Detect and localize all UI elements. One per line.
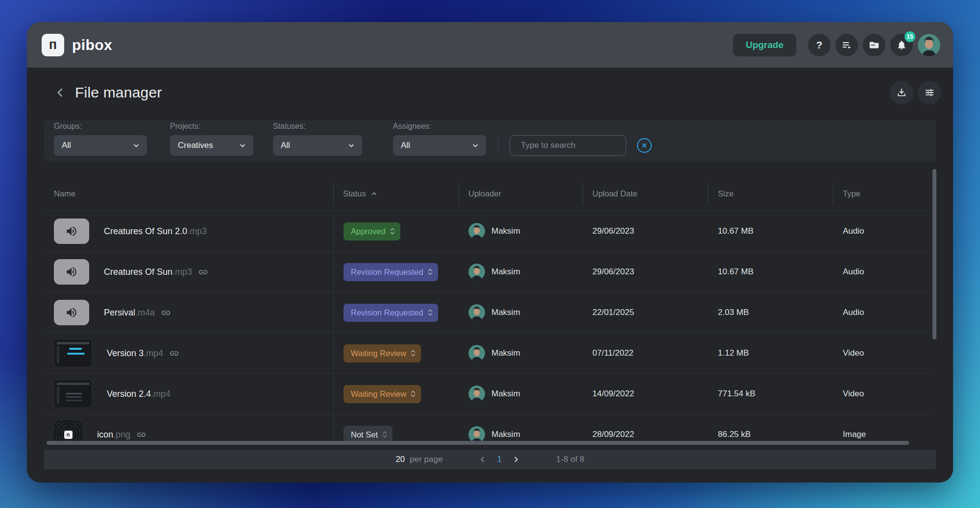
uploader-cell: Maksim bbox=[459, 374, 583, 414]
assignees-select[interactable]: All bbox=[393, 135, 486, 156]
view-settings-button[interactable] bbox=[918, 81, 941, 104]
file-name[interactable]: Version 2.4 bbox=[107, 389, 151, 399]
status-badge[interactable]: Revision Requested bbox=[343, 304, 438, 322]
file-name[interactable]: Creatures Of Sun bbox=[104, 267, 172, 277]
audio-thumbnail[interactable] bbox=[54, 259, 89, 285]
column-header-type[interactable]: Type bbox=[833, 176, 933, 211]
help-button[interactable]: ? bbox=[808, 34, 831, 56]
video-thumbnail[interactable] bbox=[54, 339, 92, 367]
file-size: 10.67 MB bbox=[708, 211, 833, 251]
topbar-actions: Upgrade ? 15 bbox=[733, 34, 940, 56]
back-button[interactable] bbox=[51, 84, 69, 101]
status-updown-icon bbox=[429, 310, 432, 315]
table-row[interactable]: Persival.m4a Revision Requested Maksim 2… bbox=[44, 292, 933, 333]
video-thumbnail[interactable] bbox=[54, 380, 92, 408]
status-updown-icon bbox=[412, 351, 415, 356]
status-updown-icon bbox=[383, 432, 386, 437]
content-area: File manager Groups: bbox=[27, 68, 953, 483]
status-badge[interactable]: Approved bbox=[343, 222, 400, 241]
file-type: Audio bbox=[833, 211, 933, 251]
column-divider bbox=[459, 183, 459, 204]
uploader-name: Maksim bbox=[491, 226, 520, 236]
sort-ascending-icon bbox=[371, 191, 377, 197]
file-name[interactable]: Version 3 bbox=[107, 348, 144, 359]
user-avatar[interactable] bbox=[918, 34, 940, 56]
groups-select[interactable]: All bbox=[54, 135, 147, 156]
column-header-size[interactable]: Size bbox=[708, 176, 833, 211]
filter-divider bbox=[498, 135, 499, 156]
uploader-avatar bbox=[468, 264, 485, 280]
file-name-cell: Creatures Of Sun 2.0.mp3 bbox=[54, 211, 333, 251]
file-name[interactable]: icon bbox=[97, 430, 113, 440]
mini-logo-icon: п bbox=[64, 431, 73, 439]
file-name-cell: Version 2.4.mp4 bbox=[54, 374, 333, 414]
download-button[interactable] bbox=[890, 81, 913, 104]
column-header-upload-date[interactable]: Upload Date bbox=[583, 176, 708, 211]
filter-group-groups: Groups: All bbox=[54, 122, 147, 156]
link-icon[interactable] bbox=[161, 308, 171, 318]
image-thumbnail[interactable]: п bbox=[54, 420, 82, 442]
status-badge[interactable]: Waiting Review bbox=[343, 385, 421, 403]
file-name[interactable]: Creatures Of Sun 2.0 bbox=[104, 226, 187, 237]
speaker-icon bbox=[65, 306, 78, 319]
column-header-uploader[interactable]: Uploader bbox=[459, 176, 583, 211]
column-divider bbox=[583, 183, 583, 204]
file-type: Video bbox=[833, 374, 933, 414]
per-page-select[interactable]: 20 bbox=[395, 455, 405, 464]
search-input[interactable] bbox=[521, 141, 629, 150]
table-row[interactable]: Creatures Of Sun 2.0.mp3 Approved Maksim… bbox=[44, 211, 933, 251]
status-badge[interactable]: Revision Requested bbox=[343, 263, 438, 281]
status-badge[interactable]: Not Set bbox=[343, 426, 392, 443]
file-extension: .m4a bbox=[135, 308, 155, 318]
upload-date: 14/09/2022 bbox=[583, 374, 708, 414]
current-page[interactable]: 1 bbox=[497, 455, 501, 464]
chevron-left-icon bbox=[479, 456, 487, 463]
prev-page-button[interactable] bbox=[479, 456, 487, 463]
audio-thumbnail[interactable] bbox=[54, 300, 89, 325]
vertical-scrollbar[interactable] bbox=[932, 169, 936, 339]
column-header-status[interactable]: Status bbox=[333, 176, 459, 211]
column-divider bbox=[833, 183, 833, 204]
link-icon[interactable] bbox=[198, 267, 208, 277]
clear-filters-button[interactable]: ✕ bbox=[637, 138, 652, 153]
file-type: Video bbox=[833, 333, 933, 373]
status-badge[interactable]: Waiting Review bbox=[343, 344, 421, 363]
assignees-value: All bbox=[401, 141, 410, 150]
page-title: File manager bbox=[75, 84, 162, 101]
folder-icon bbox=[869, 40, 880, 50]
column-divider bbox=[333, 183, 334, 204]
groups-label: Groups: bbox=[54, 122, 147, 131]
table-row[interactable]: п icon.png Not Set Maksim 28/09/2022 86.… bbox=[44, 414, 933, 442]
upload-date: 22/01/2025 bbox=[583, 292, 708, 333]
table-row[interactable]: Creatures Of Sun.mp3 Revision Requested … bbox=[44, 251, 933, 292]
horizontal-scrollbar[interactable] bbox=[47, 441, 909, 445]
link-icon[interactable] bbox=[136, 430, 147, 440]
upgrade-button[interactable]: Upgrade bbox=[733, 34, 796, 56]
audio-thumbnail[interactable] bbox=[54, 218, 89, 244]
file-size: 1.12 MB bbox=[708, 333, 833, 373]
sliders-icon bbox=[924, 87, 935, 98]
groups-value: All bbox=[62, 141, 71, 150]
status-updown-icon bbox=[429, 269, 432, 274]
table-body: Creatures Of Sun 2.0.mp3 Approved Maksim… bbox=[44, 211, 933, 442]
upload-date: 29/06/2023 bbox=[583, 211, 708, 251]
table-row[interactable]: Version 3.mp4 Waiting Review Maksim 07/1… bbox=[44, 333, 933, 373]
statuses-select[interactable]: All bbox=[273, 135, 362, 156]
file-type: Audio bbox=[833, 252, 933, 292]
file-name[interactable]: Persival bbox=[104, 308, 135, 318]
files-button[interactable] bbox=[863, 34, 885, 56]
next-page-button[interactable] bbox=[512, 456, 520, 463]
pibox-logo-icon[interactable]: п bbox=[42, 34, 64, 56]
table-row[interactable]: Version 2.4.mp4 Waiting Review Maksim 14… bbox=[44, 373, 933, 414]
notifications-button[interactable]: 15 bbox=[890, 34, 913, 56]
column-header-name[interactable]: Name bbox=[54, 176, 333, 211]
activity-log-button[interactable] bbox=[835, 34, 858, 56]
upload-date: 28/09/2022 bbox=[583, 414, 708, 442]
statuses-value: All bbox=[281, 141, 290, 150]
link-icon[interactable] bbox=[169, 348, 179, 359]
projects-select[interactable]: Creatives bbox=[170, 135, 253, 156]
file-extension: .mp4 bbox=[144, 348, 163, 359]
pagination-bar: 20 per page 1 1-8 of 8 bbox=[44, 450, 936, 469]
uploader-cell: Maksim bbox=[459, 333, 583, 373]
column-divider bbox=[708, 183, 709, 204]
